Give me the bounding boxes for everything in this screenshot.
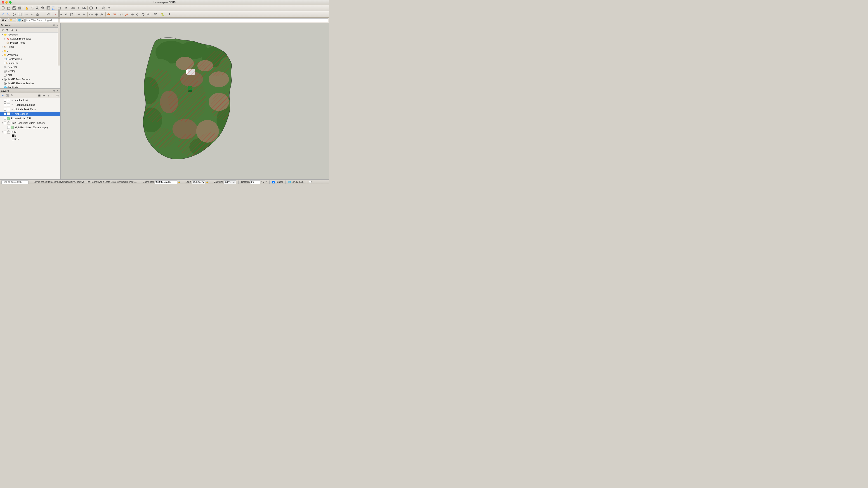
browser-item-spatial-bookmarks[interactable]: ▶ 🔖 Spatial Bookmarks [0, 37, 60, 41]
attribute-table-button[interactable] [17, 12, 22, 17]
snapping-button[interactable] [94, 12, 99, 17]
minimize-button[interactable] [5, 1, 8, 4]
browser-refresh-button[interactable]: ↺ [1, 28, 5, 32]
refresh-button[interactable]: ↺ [64, 6, 69, 11]
locator-options-button[interactable]: ⚙ ▼ [1, 18, 8, 22]
plugin-button[interactable]: 🗺 [153, 12, 158, 17]
browser-scrollbar[interactable] [58, 9, 60, 66]
python-button[interactable]: 🐍 [160, 12, 165, 17]
browser-item-home[interactable]: ▶ 🏠 Home [0, 45, 60, 49]
topology-button[interactable] [99, 12, 104, 17]
layers-close-button[interactable]: ✕ [56, 89, 59, 92]
layers-expand-button[interactable]: ⊞ [37, 94, 41, 98]
layers-add-button[interactable]: + [1, 94, 5, 98]
rotate-button[interactable] [141, 12, 146, 17]
close-button[interactable] [2, 1, 4, 4]
browser-item-project-home[interactable]: 🏠 Project Home [0, 41, 60, 45]
measure-button[interactable] [71, 6, 76, 11]
layer-dem-group[interactable]: ▼ DEM [0, 130, 60, 134]
layer-checkbox[interactable] [4, 117, 6, 120]
layers-remove-button[interactable] [5, 94, 9, 98]
layer-habitat-remaining[interactable]: ✏ Habitat Remaining [0, 103, 60, 107]
layers-float-button[interactable]: ⧉ [53, 89, 56, 92]
add-feature2-button[interactable] [35, 12, 40, 17]
new-file-button[interactable] [1, 6, 6, 11]
move-feature-button[interactable]: ↕ [40, 12, 45, 17]
layer-exported-map[interactable]: Exported Map TIF [0, 116, 60, 121]
browser-item-volumes[interactable]: ▶ 📁 /Volumes [0, 53, 60, 57]
render-checkbox[interactable] [272, 181, 275, 184]
layers-group-button[interactable] [55, 94, 59, 98]
save-file-button[interactable] [12, 6, 17, 11]
browser-item-root[interactable]: ▶ 📁 / [0, 49, 60, 53]
locate-input[interactable] [1, 180, 29, 184]
zoom-selected-button[interactable] [51, 6, 56, 11]
flip-button[interactable] [135, 12, 140, 17]
save-edits-button[interactable] [30, 12, 35, 17]
browser-item-postgis[interactable]: 🐘 PostGIS [0, 65, 60, 69]
rotation-up-icon[interactable]: ▲ [263, 181, 265, 183]
join-button[interactable] [89, 12, 94, 17]
pan3d-button[interactable] [106, 6, 112, 11]
undo3-button[interactable]: ↩ [76, 12, 81, 17]
redo3-button[interactable]: ↪ [82, 12, 87, 17]
layer-checkbox[interactable] [4, 122, 6, 124]
zoom-out-button[interactable] [40, 6, 45, 11]
rotation-down-icon[interactable]: ▼ [265, 181, 267, 183]
geocoding-input[interactable] [25, 18, 328, 22]
layer-map-clipped[interactable]: ✓ ✏ map-clipped [0, 111, 60, 116]
layers-filter-button[interactable]: ⚗ [10, 94, 14, 98]
layers-move-down-button[interactable]: ↓ [51, 94, 55, 98]
layer-checkbox[interactable] [7, 126, 10, 129]
digitize2-button[interactable] [119, 12, 124, 17]
print-button[interactable] [17, 6, 22, 11]
rotation-input[interactable] [250, 180, 260, 184]
layer-habitat-lost[interactable]: ✏ Habitat Lost [0, 98, 60, 103]
browser-item-db2[interactable]: DB2 [0, 73, 60, 77]
layer-victoria-peak[interactable]: ✏ Victoria Peak Mask [0, 107, 60, 111]
locator-mode-button[interactable]: 🌐 ▼ [17, 18, 25, 22]
browser-scrollbar-thumb[interactable] [58, 10, 60, 19]
layer-checkbox[interactable] [4, 131, 6, 133]
label-button[interactable]: abc [106, 12, 112, 17]
scale-select[interactable]: 1:98299 [192, 180, 205, 184]
browser-float-button[interactable]: ⧉ [53, 24, 56, 27]
tip-button[interactable] [89, 6, 94, 11]
zoom-in-button[interactable] [35, 6, 40, 11]
edit2-button[interactable] [124, 12, 129, 17]
sum-button[interactable]: Σ [76, 6, 81, 11]
browser-item-arcgis-feature[interactable]: ArcGIS Feature Service [0, 81, 60, 86]
delete-selected-button[interactable]: ✕ [53, 12, 58, 17]
browser-item-geonode[interactable]: 🌐 GeoNode [0, 86, 60, 88]
layer-high-res-child[interactable]: High Resolution 30cm Imagery [0, 125, 60, 130]
layer-checkbox[interactable]: ✓ [4, 112, 6, 115]
open-file-button[interactable] [6, 6, 11, 11]
maximize-button[interactable] [9, 1, 11, 4]
browser-enable-properties-button[interactable]: ℹ [14, 28, 18, 32]
layers-collapse2-button[interactable]: ⊟ [42, 94, 46, 98]
pan-button[interactable]: ✋ [24, 6, 29, 11]
scale-button[interactable] [146, 12, 151, 17]
map-area[interactable] [61, 23, 329, 180]
layer-checkbox[interactable] [4, 99, 6, 102]
browser-collapse-button[interactable]: ⊟ [10, 28, 14, 32]
browser-filter-button[interactable]: ⚗ [5, 28, 9, 32]
pan-map2[interactable] [30, 6, 35, 11]
select-features-button[interactable]: ⬡ [1, 12, 6, 17]
copy-features-button[interactable]: ⊙ [64, 12, 69, 17]
coordinate-input[interactable] [155, 180, 177, 184]
magnifier-button[interactable] [101, 6, 106, 11]
window-controls[interactable] [2, 1, 11, 4]
stats-button[interactable] [82, 6, 87, 11]
layer-checkbox[interactable] [4, 103, 6, 106]
layer-high-res-group[interactable]: ▼ High Resolution 30cm Imagery [0, 121, 60, 125]
identify-button[interactable]: i [12, 12, 17, 17]
browser-item-mssql[interactable]: MSSQL [0, 69, 60, 73]
label2-button[interactable]: abc [112, 12, 117, 17]
deselect-button[interactable] [6, 12, 11, 17]
help-button[interactable]: ? [167, 12, 172, 17]
node-tool-button[interactable] [46, 12, 51, 17]
magnifier-select[interactable]: 100% [223, 180, 236, 184]
annotation-button[interactable]: A [94, 6, 99, 11]
layer-dem-0[interactable]: 0 [0, 134, 60, 137]
